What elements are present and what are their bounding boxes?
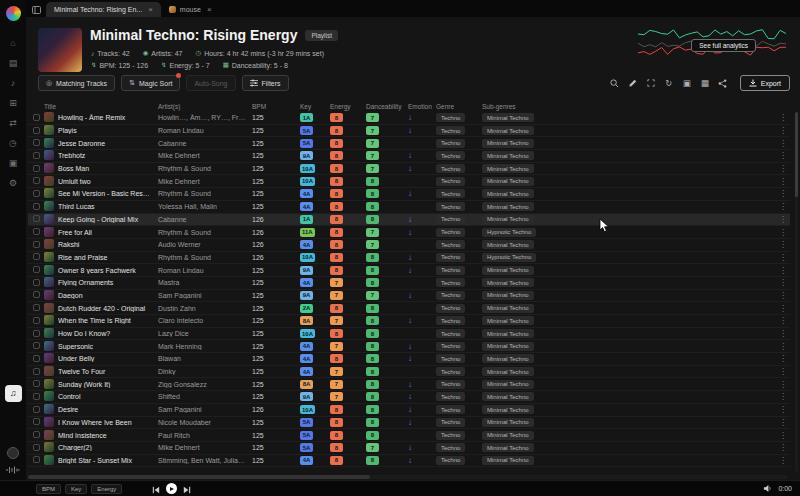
- row-menu-icon[interactable]: ⋮: [776, 215, 790, 224]
- row-checkbox[interactable]: [33, 190, 40, 197]
- table-row[interactable]: Dutch Rudder 420 - OriginalDustin Zahn12…: [28, 302, 790, 315]
- previous-track-button[interactable]: [152, 480, 160, 496]
- table-row[interactable]: PlayisRoman Lindau1255A87↓TechnoMinimal …: [28, 125, 790, 138]
- row-menu-icon[interactable]: ⋮: [776, 443, 790, 452]
- magic-sort-button[interactable]: ⇅ Magic Sort: [121, 75, 180, 91]
- row-checkbox[interactable]: [33, 253, 40, 260]
- columns-icon[interactable]: ▦: [700, 78, 710, 88]
- row-checkbox[interactable]: [33, 418, 40, 425]
- row-checkbox[interactable]: [33, 330, 40, 337]
- row-checkbox[interactable]: [33, 127, 40, 134]
- row-menu-icon[interactable]: ⋮: [776, 316, 790, 325]
- column-header-danceability[interactable]: Danceability: [366, 103, 408, 110]
- row-menu-icon[interactable]: ⋮: [776, 113, 790, 122]
- row-menu-icon[interactable]: ⋮: [776, 431, 790, 440]
- row-menu-icon[interactable]: ⋮: [776, 418, 790, 427]
- column-header-emotion[interactable]: Emotion: [408, 103, 436, 110]
- row-menu-icon[interactable]: ⋮: [776, 342, 790, 351]
- close-icon[interactable]: ×: [148, 5, 153, 14]
- table-row[interactable]: Jesse DaronneCabanne1255A87TechnoMinimal…: [28, 137, 790, 150]
- row-menu-icon[interactable]: ⋮: [776, 456, 790, 465]
- sidebar-item-tracks[interactable]: ♪: [5, 75, 22, 92]
- sidebar-item-library[interactable]: ▤: [5, 55, 22, 72]
- row-menu-icon[interactable]: ⋮: [776, 354, 790, 363]
- export-button[interactable]: Export: [740, 75, 790, 91]
- row-checkbox[interactable]: [33, 431, 40, 438]
- table-row[interactable]: DaegonSam Paganini1259A77↓TechnoMinimal …: [28, 290, 790, 303]
- column-header-key[interactable]: Key: [300, 103, 330, 110]
- sidebar-item-grid[interactable]: ⊞: [5, 95, 22, 112]
- row-menu-icon[interactable]: ⋮: [776, 189, 790, 198]
- bpm-chip[interactable]: BPM: [36, 484, 61, 494]
- search-icon[interactable]: [610, 78, 620, 88]
- table-row[interactable]: Sunday (Work It)Zigg Gonsalezz1258A78↓Te…: [28, 378, 790, 391]
- table-row[interactable]: Twelve To FourDinky1254A78TechnoMinimal …: [28, 366, 790, 379]
- row-checkbox[interactable]: [33, 203, 40, 210]
- table-row[interactable]: Keep Going - Original MixCabanne1261A88↓…: [28, 214, 790, 227]
- tab-mouse[interactable]: mouse ×: [161, 2, 220, 17]
- row-checkbox[interactable]: [33, 393, 40, 400]
- row-checkbox[interactable]: [33, 317, 40, 324]
- next-track-button[interactable]: [183, 480, 191, 496]
- row-checkbox[interactable]: [33, 139, 40, 146]
- panel-view-icon[interactable]: ▣: [682, 78, 692, 88]
- horizontal-scrollbar[interactable]: [28, 475, 788, 479]
- column-header-energy[interactable]: Energy: [330, 103, 366, 110]
- table-row[interactable]: DesireSam Paganini12610A88↓TechnoMinimal…: [28, 404, 790, 417]
- vertical-scrollbar[interactable]: [795, 112, 798, 472]
- share-icon[interactable]: [718, 78, 728, 88]
- filters-button[interactable]: Filters: [242, 75, 289, 91]
- auto-song-button[interactable]: Auto-Song: [186, 75, 235, 91]
- energy-chip[interactable]: Energy: [91, 484, 122, 494]
- sidebar-item-home[interactable]: ⌂: [5, 35, 22, 52]
- table-row[interactable]: TrebhotzMike Dehnert1259A87↓TechnoMinima…: [28, 150, 790, 163]
- row-menu-icon[interactable]: ⋮: [776, 253, 790, 262]
- close-icon[interactable]: ×: [207, 5, 212, 14]
- table-row[interactable]: See Mi Version - Basic ReshapeRhythm & S…: [28, 188, 790, 201]
- table-row[interactable]: RakshiAudio Werner1264A87TechnoMinimal T…: [28, 239, 790, 252]
- table-row[interactable]: Mind InsistencePaul Ritch1255A88TechnoMi…: [28, 429, 790, 442]
- table-row[interactable]: How Do I Know?Lazy Dice12510A88TechnoMin…: [28, 328, 790, 341]
- table-row[interactable]: Howling - Âme RemixHowlin…, Âm…, RY…, Fr…: [28, 112, 790, 125]
- row-checkbox[interactable]: [33, 355, 40, 362]
- column-header-genre[interactable]: Genre: [436, 103, 482, 110]
- row-menu-icon[interactable]: ⋮: [776, 380, 790, 389]
- row-menu-icon[interactable]: ⋮: [776, 266, 790, 275]
- sidebar-toggle-icon[interactable]: [26, 2, 46, 17]
- edit-pencil-icon[interactable]: [628, 78, 638, 88]
- table-row[interactable]: Third LucasYolessa Hall, Malin1254A88Tec…: [28, 201, 790, 214]
- row-checkbox[interactable]: [33, 380, 40, 387]
- sidebar-item-settings[interactable]: ⚙: [5, 175, 22, 192]
- sidebar-item-history[interactable]: ◷: [5, 135, 22, 152]
- fullscreen-icon[interactable]: [646, 78, 656, 88]
- play-button[interactable]: [166, 483, 177, 494]
- column-header-bpm[interactable]: BPM: [252, 103, 300, 110]
- table-row[interactable]: Free for AllRhythm & Sound12611A87↓Techn…: [28, 226, 790, 239]
- row-checkbox[interactable]: [33, 291, 40, 298]
- table-row[interactable]: Bright Star - Sunset MixStimming, Ben Wa…: [28, 455, 790, 468]
- scrollbar-thumb[interactable]: [28, 475, 370, 479]
- table-row[interactable]: Owner 8 years FachwerkRoman Lindau1259A8…: [28, 264, 790, 277]
- table-row[interactable]: Umlult twoMike Dehnert12510A88TechnoMini…: [28, 175, 790, 188]
- row-checkbox[interactable]: [33, 152, 40, 159]
- sidebar-item-player-active[interactable]: ♫: [5, 385, 22, 402]
- row-menu-icon[interactable]: ⋮: [776, 240, 790, 249]
- row-menu-icon[interactable]: ⋮: [776, 392, 790, 401]
- scrollbar-thumb[interactable]: [795, 112, 798, 197]
- row-checkbox[interactable]: [33, 304, 40, 311]
- table-row[interactable]: ControlShifted1259A78↓TechnoMinimal Tech…: [28, 391, 790, 404]
- row-checkbox[interactable]: [33, 228, 40, 235]
- app-logo[interactable]: [6, 6, 21, 21]
- row-menu-icon[interactable]: ⋮: [776, 405, 790, 414]
- row-checkbox[interactable]: [33, 444, 40, 451]
- user-avatar[interactable]: [7, 447, 19, 459]
- row-menu-icon[interactable]: ⋮: [776, 291, 790, 300]
- sidebar-item-sync[interactable]: ⇄: [5, 115, 22, 132]
- column-header-title[interactable]: Title: [44, 103, 158, 110]
- table-row[interactable]: Flying OrnamentsMastra1254A78TechnoMinim…: [28, 277, 790, 290]
- table-row[interactable]: Rise and PraiseRhythm & Sound12610A88↓Te…: [28, 252, 790, 265]
- row-menu-icon[interactable]: ⋮: [776, 126, 790, 135]
- table-row[interactable]: I Know Where Ive BeenNicole Moudaber1255…: [28, 417, 790, 430]
- tab-playlist[interactable]: Minimal Techno: Rising En... ×: [46, 2, 161, 17]
- row-menu-icon[interactable]: ⋮: [776, 278, 790, 287]
